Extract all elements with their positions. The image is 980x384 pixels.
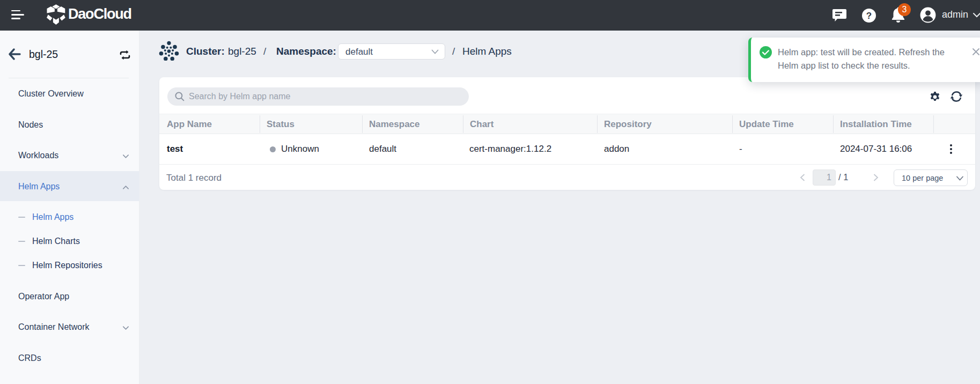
svg-text:?: ? (866, 11, 872, 21)
